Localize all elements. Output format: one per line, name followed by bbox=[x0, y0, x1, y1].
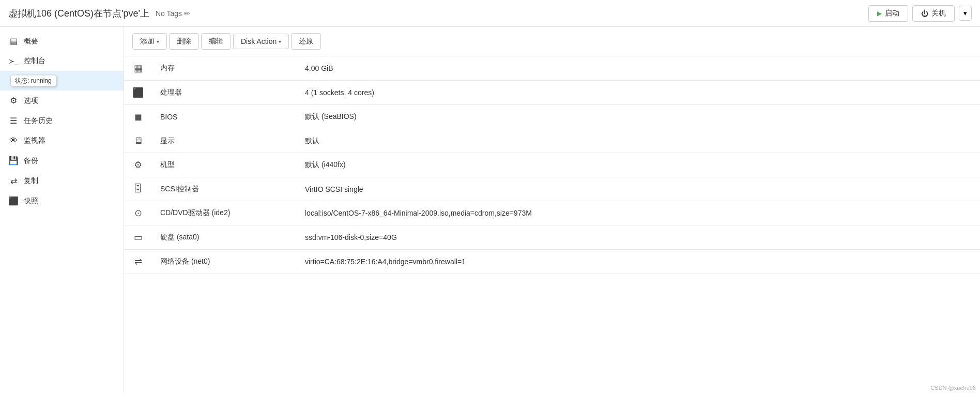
sidebar-item-label: 控制台 bbox=[24, 56, 45, 66]
table-row: ⬛ 处理器 4 (1 sockets, 4 cores) bbox=[124, 81, 980, 105]
hardware-toolbar: 添加 ▾ 删除 编辑 Disk Action ▾ 还原 bbox=[124, 27, 980, 56]
backup-icon: 💾 bbox=[8, 156, 19, 165]
start-label: 启动 bbox=[885, 9, 899, 18]
more-button[interactable]: ▾ bbox=[959, 6, 972, 21]
delete-button[interactable]: 删除 bbox=[169, 33, 199, 50]
sidebar-item-snapshots[interactable]: ⬛ 快照 bbox=[0, 191, 124, 211]
page-title: 虚拟机106 (CentOS)在节点'pve'上 bbox=[8, 7, 149, 20]
console-icon: ≻_ bbox=[8, 57, 19, 65]
processor-icon-cell: ⬛ bbox=[124, 81, 152, 105]
machine-icon: ⚙ bbox=[134, 160, 142, 170]
status-badge: 状态: running bbox=[10, 75, 56, 87]
bios-icon-cell: ◼ bbox=[124, 105, 152, 129]
add-button[interactable]: 添加 ▾ bbox=[132, 33, 167, 50]
scsi-icon: 🗄 bbox=[133, 184, 143, 194]
sidebar-item-backup[interactable]: 💾 备份 bbox=[0, 150, 124, 171]
table-row: ▦ 内存 4.00 GiB bbox=[124, 56, 980, 81]
shutdown-label: 关机 bbox=[931, 9, 946, 18]
sidebar-item-label: 复制 bbox=[24, 176, 38, 186]
table-row: ⚙ 机型 默认 (i440fx) bbox=[124, 153, 980, 177]
sidebar-item-label: 任务历史 bbox=[24, 116, 53, 126]
main-layout: ▤ 概要 ≻_ 控制台 🖥 硬件 状态: running ⚙ 选项 ☰ 任务历史 bbox=[0, 27, 980, 393]
cdrom-icon: ⊙ bbox=[134, 208, 142, 218]
sidebar-item-label: 备份 bbox=[24, 156, 38, 165]
machine-name: 机型 bbox=[152, 153, 297, 177]
start-button[interactable]: ▶ 启动 bbox=[868, 5, 908, 22]
memory-icon: ▦ bbox=[134, 63, 143, 73]
tags-label: No Tags bbox=[156, 9, 182, 18]
cdrom-name: CD/DVD驱动器 (ide2) bbox=[152, 201, 297, 225]
restore-label: 还原 bbox=[299, 37, 313, 46]
play-icon: ▶ bbox=[877, 10, 882, 17]
sidebar-item-console[interactable]: ≻_ 控制台 bbox=[0, 51, 124, 71]
sidebar-item-label: 概要 bbox=[24, 37, 38, 46]
sidebar-item-monitor[interactable]: 👁 监视器 bbox=[0, 131, 124, 150]
monitor-icon: 👁 bbox=[8, 136, 19, 145]
cdrom-icon-cell: ⊙ bbox=[124, 201, 152, 225]
table-row: ◼ BIOS 默认 (SeaBIOS) bbox=[124, 105, 980, 129]
table-row: ⇌ 网络设备 (net0) virtio=CA:68:75:2E:16:A4,b… bbox=[124, 250, 980, 274]
memory-name: 内存 bbox=[152, 56, 297, 81]
processor-value: 4 (1 sockets, 4 cores) bbox=[297, 81, 980, 105]
add-dropdown-icon: ▾ bbox=[157, 39, 159, 44]
options-icon: ⚙ bbox=[8, 96, 19, 105]
machine-value: 默认 (i440fx) bbox=[297, 153, 980, 177]
bios-icon: ◼ bbox=[134, 112, 142, 122]
delete-label: 删除 bbox=[177, 37, 191, 46]
sidebar-item-replicate[interactable]: ⇄ 复制 bbox=[0, 171, 124, 191]
memory-icon-cell: ▦ bbox=[124, 56, 152, 81]
display-value: 默认 bbox=[297, 129, 980, 153]
content-area: 添加 ▾ 删除 编辑 Disk Action ▾ 还原 bbox=[124, 27, 980, 393]
snapshots-icon: ⬛ bbox=[8, 196, 19, 206]
machine-icon-cell: ⚙ bbox=[124, 153, 152, 177]
summary-icon: ▤ bbox=[8, 36, 19, 46]
cdrom-value: local:iso/CentOS-7-x86_64-Minimal-2009.i… bbox=[297, 201, 980, 225]
edit-label: 编辑 bbox=[209, 37, 223, 46]
disk-action-button[interactable]: Disk Action ▾ bbox=[233, 34, 289, 49]
scsi-icon-cell: 🗄 bbox=[124, 177, 152, 201]
bios-name: BIOS bbox=[152, 105, 297, 129]
processor-icon: ⬛ bbox=[132, 87, 144, 98]
table-row: 🖥 显示 默认 bbox=[124, 129, 980, 153]
sidebar-item-summary[interactable]: ▤ 概要 bbox=[0, 31, 124, 51]
table-row: ⊙ CD/DVD驱动器 (ide2) local:iso/CentOS-7-x8… bbox=[124, 201, 980, 225]
watermark: CSDN·@xuehu96 bbox=[930, 385, 976, 391]
sidebar: ▤ 概要 ≻_ 控制台 🖥 硬件 状态: running ⚙ 选项 ☰ 任务历史 bbox=[0, 27, 124, 393]
network-name: 网络设备 (net0) bbox=[152, 250, 297, 274]
display-icon-cell: 🖥 bbox=[124, 129, 152, 153]
harddisk-icon-cell: ▭ bbox=[124, 225, 152, 250]
sidebar-item-label: 监视器 bbox=[24, 136, 45, 145]
processor-name: 处理器 bbox=[152, 81, 297, 105]
header-left: 虚拟机106 (CentOS)在节点'pve'上 No Tags ✏ bbox=[8, 7, 190, 20]
task-history-icon: ☰ bbox=[8, 116, 19, 126]
edit-tags-icon[interactable]: ✏ bbox=[184, 9, 190, 18]
sidebar-item-label: 选项 bbox=[24, 96, 38, 105]
sidebar-item-label: 快照 bbox=[24, 196, 38, 206]
harddisk-name: 硬盘 (sata0) bbox=[152, 225, 297, 250]
edit-button[interactable]: 编辑 bbox=[201, 33, 231, 50]
network-icon-cell: ⇌ bbox=[124, 250, 152, 274]
network-icon: ⇌ bbox=[134, 256, 142, 267]
display-icon: 🖥 bbox=[133, 135, 143, 146]
shutdown-button[interactable]: ⏻ 关机 bbox=[912, 5, 955, 22]
replicate-icon: ⇄ bbox=[8, 176, 19, 186]
header-right: ▶ 启动 ⏻ 关机 ▾ bbox=[868, 5, 972, 22]
restore-button[interactable]: 还原 bbox=[291, 33, 321, 50]
add-label: 添加 bbox=[140, 37, 155, 46]
sidebar-item-hardware[interactable]: 🖥 硬件 状态: running bbox=[0, 71, 124, 90]
sidebar-item-options[interactable]: ⚙ 选项 bbox=[0, 90, 124, 111]
harddisk-value: ssd:vm-106-disk-0,size=40G bbox=[297, 225, 980, 250]
header: 虚拟机106 (CentOS)在节点'pve'上 No Tags ✏ ▶ 启动 … bbox=[0, 0, 980, 27]
harddisk-icon: ▭ bbox=[134, 232, 143, 243]
network-value: virtio=CA:68:75:2E:16:A4,bridge=vmbr0,fi… bbox=[297, 250, 980, 274]
bios-value: 默认 (SeaBIOS) bbox=[297, 105, 980, 129]
no-tags: No Tags ✏ bbox=[156, 9, 190, 18]
sidebar-item-task-history[interactable]: ☰ 任务历史 bbox=[0, 111, 124, 131]
scsi-value: VirtIO SCSI single bbox=[297, 177, 980, 201]
disk-action-label: Disk Action bbox=[241, 37, 277, 46]
memory-value: 4.00 GiB bbox=[297, 56, 980, 81]
display-name: 显示 bbox=[152, 129, 297, 153]
disk-action-dropdown-icon: ▾ bbox=[279, 39, 281, 44]
chevron-down-icon: ▾ bbox=[963, 9, 967, 17]
hardware-table: ▦ 内存 4.00 GiB ⬛ 处理器 4 (1 sockets, 4 core… bbox=[124, 56, 980, 274]
